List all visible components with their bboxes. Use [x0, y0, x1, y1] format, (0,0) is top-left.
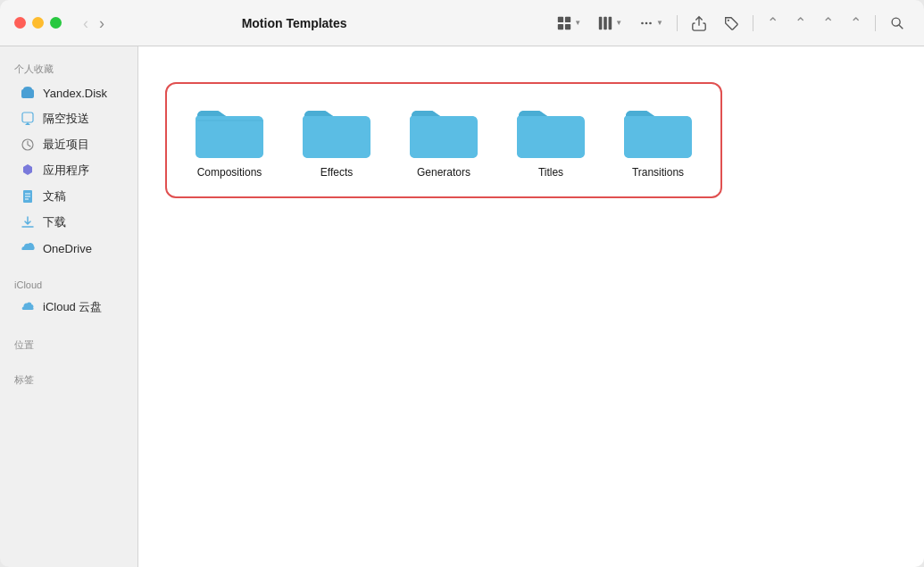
svg-rect-4: [599, 16, 603, 29]
svg-rect-1: [565, 16, 570, 21]
sidebar-divider-location: [0, 321, 137, 333]
sidebar-label-yandex: Yandex.Disk: [43, 87, 107, 100]
svg-rect-5: [604, 16, 607, 29]
share-icon: [691, 15, 707, 31]
sidebar-item-yandex[interactable]: Yandex.Disk: [5, 80, 132, 105]
grid-view-button[interactable]: ▼: [552, 12, 586, 35]
svg-point-9: [649, 21, 652, 24]
sidebar-label-icloud: iCloud 云盘: [43, 299, 102, 315]
sidebar-section-locations: 位置: [0, 333, 137, 355]
search-button[interactable]: [885, 12, 910, 35]
toolbar-divider: [677, 15, 678, 31]
toggle-btn-4[interactable]: ⌃: [845, 11, 866, 35]
close-button[interactable]: [14, 17, 26, 29]
sidebar-label-recent: 最近项目: [43, 137, 89, 153]
sidebar-item-docs[interactable]: 文稿: [5, 184, 132, 209]
tag-button[interactable]: [719, 12, 744, 35]
svg-rect-13: [21, 89, 34, 98]
more-options-chevron: ▼: [656, 19, 663, 27]
folder-transitions-icon: [622, 102, 694, 159]
svg-rect-0: [558, 16, 563, 21]
folder-transitions-label: Transitions: [632, 166, 684, 179]
folder-selection-box: Compositions Effects: [165, 82, 722, 198]
sidebar-label-apps: 应用程序: [43, 163, 89, 179]
titlebar: ‹ › Motion Templates ▼ ▼: [0, 0, 924, 46]
toggle-btn-2[interactable]: ⌃: [790, 11, 811, 35]
main-layout: 个人收藏 Yandex.Disk 隔空投送: [0, 46, 924, 567]
sidebar-section-icloud: iCloud: [0, 274, 137, 294]
svg-point-7: [641, 21, 644, 24]
ellipsis-icon: [638, 15, 654, 31]
column-icon: [597, 15, 613, 31]
toggle-icon-4: ⌃: [850, 14, 862, 31]
share-button[interactable]: [687, 12, 712, 35]
folder-transitions[interactable]: Transitions: [622, 102, 694, 179]
sidebar: 个人收藏 Yandex.Disk 隔空投送: [0, 46, 138, 567]
folder-compositions-icon: [194, 102, 265, 159]
sidebar-item-apps[interactable]: 应用程序: [5, 158, 132, 183]
sidebar-item-downloads[interactable]: 下载: [5, 210, 132, 235]
toggle-btn-3[interactable]: ⌃: [818, 11, 838, 35]
disk-icon: [20, 85, 36, 101]
airplay-icon: [20, 111, 36, 127]
tag-icon: [723, 15, 739, 31]
folder-titles-icon: [515, 102, 587, 159]
content-area: Compositions Effects: [138, 46, 924, 567]
grid-icon: [556, 15, 572, 31]
icloud-icon: [20, 299, 36, 315]
folder-compositions-label: Compositions: [197, 166, 262, 179]
toggle-btn-1[interactable]: ⌃: [762, 11, 783, 35]
sidebar-divider-tags: [0, 355, 137, 368]
svg-point-11: [892, 18, 900, 26]
folder-effects[interactable]: Effects: [301, 102, 372, 179]
sidebar-label-downloads: 下载: [43, 214, 66, 230]
window-title: Motion Templates: [47, 16, 541, 30]
svg-rect-2: [558, 23, 563, 29]
onedrive-icon: [20, 240, 36, 256]
folder-effects-label: Effects: [320, 166, 353, 179]
sidebar-label-docs: 文稿: [43, 188, 66, 204]
sidebar-label-onedrive: OneDrive: [43, 242, 92, 255]
apps-icon: [20, 163, 36, 179]
folder-generators-label: Generators: [417, 166, 470, 179]
svg-rect-6: [609, 16, 612, 29]
sidebar-item-airplay[interactable]: 隔空投送: [5, 106, 132, 131]
minimize-button[interactable]: [32, 17, 44, 29]
search-icon: [889, 15, 905, 31]
sidebar-divider-icloud: [0, 262, 137, 274]
svg-rect-3: [565, 23, 570, 29]
folder-titles[interactable]: Titles: [515, 102, 587, 179]
sidebar-item-icloud[interactable]: iCloud 云盘: [5, 295, 132, 320]
toolbar-right: ▼ ▼ ▼: [552, 11, 910, 35]
sidebar-section-personal: 个人收藏: [0, 57, 137, 79]
svg-line-12: [899, 25, 903, 29]
sidebar-item-onedrive[interactable]: OneDrive: [5, 236, 132, 261]
downloads-icon: [20, 214, 36, 230]
toggle-icon-2: ⌃: [795, 14, 806, 31]
folder-titles-label: Titles: [538, 166, 563, 179]
sidebar-item-recent[interactable]: 最近项目: [5, 132, 132, 157]
toggle-icon-1: ⌃: [767, 14, 778, 31]
column-view-button[interactable]: ▼: [593, 12, 627, 35]
toolbar-divider-3: [875, 15, 876, 31]
svg-point-10: [728, 19, 729, 21]
toolbar-divider-2: [753, 15, 753, 31]
grid-view-chevron: ▼: [574, 19, 581, 27]
column-view-chevron: ▼: [615, 19, 622, 27]
folder-effects-icon: [301, 102, 372, 159]
svg-point-8: [645, 21, 648, 24]
folder-generators[interactable]: Generators: [408, 102, 479, 179]
more-options-button[interactable]: ▼: [634, 12, 668, 35]
sidebar-section-tags: 标签: [0, 368, 137, 390]
toggle-icon-3: ⌃: [822, 14, 834, 31]
folder-compositions[interactable]: Compositions: [194, 102, 265, 179]
folder-generators-icon: [408, 102, 479, 159]
recent-icon: [20, 137, 36, 153]
docs-icon: [20, 188, 36, 204]
sidebar-label-airplay: 隔空投送: [43, 111, 89, 127]
